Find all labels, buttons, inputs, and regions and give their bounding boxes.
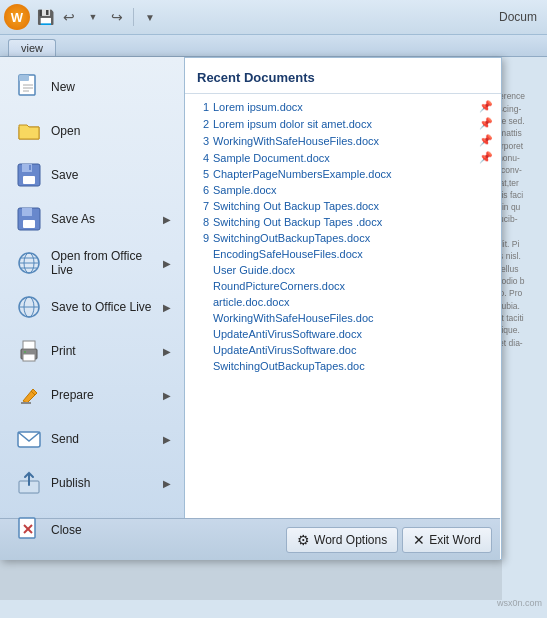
office-button[interactable]: W: [4, 4, 30, 30]
right-panel: Recent Documents 1Lorem ipsum.docx📌2Lore…: [185, 57, 502, 560]
toolbar: W 💾 ↩ ▼ ↪ ▼ Docum: [0, 0, 547, 35]
doc-name[interactable]: RoundPictureCorners.docx: [213, 280, 493, 292]
doc-number: 6: [193, 184, 209, 196]
doc-name[interactable]: Switching Out Backup Tapes.docx: [213, 200, 493, 212]
document-list: 1Lorem ipsum.docx📌2Lorem ipsum dolor sit…: [185, 98, 501, 551]
new-label: New: [51, 80, 171, 94]
doc-name[interactable]: User Guide.docx: [213, 264, 493, 276]
menu-item-save-to-office-live[interactable]: Save to Office Live ▶: [4, 285, 180, 329]
doc-name[interactable]: SwitchingOutBackupTapes.doc: [213, 360, 493, 372]
doc-name[interactable]: WorkingWithSafeHouseFiles.docx: [213, 135, 475, 147]
close-icon: [13, 514, 45, 546]
menu-item-publish[interactable]: Publish ▶: [4, 461, 180, 505]
doc-name[interactable]: Lorem ipsum.docx: [213, 101, 475, 113]
doc-item[interactable]: EncodingSafeHouseFiles.docx: [185, 246, 501, 262]
save-label: Save: [51, 168, 171, 182]
open-label: Open: [51, 124, 171, 138]
doc-item[interactable]: 2Lorem ipsum dolor sit amet.docx📌: [185, 115, 501, 132]
doc-item[interactable]: SwitchingOutBackupTapes.doc: [185, 358, 501, 374]
doc-name[interactable]: EncodingSafeHouseFiles.docx: [213, 248, 493, 260]
new-icon: [13, 71, 45, 103]
save-as-icon: [13, 203, 45, 235]
word-options-button[interactable]: ⚙ Word Options: [286, 527, 398, 553]
doc-name[interactable]: Sample.docx: [213, 184, 493, 196]
tab-view[interactable]: view: [8, 39, 56, 56]
doc-number: 5: [193, 168, 209, 180]
svg-rect-11: [23, 220, 35, 228]
pin-icon[interactable]: 📌: [479, 117, 493, 130]
doc-number: 2: [193, 118, 209, 130]
publish-arrow: ▶: [163, 478, 171, 489]
word-options-icon: ⚙: [297, 532, 310, 548]
doc-number: 7: [193, 200, 209, 212]
menu-item-send[interactable]: Send ▶: [4, 417, 180, 461]
doc-item[interactable]: 4Sample Document.docx📌: [185, 149, 501, 166]
print-arrow: ▶: [163, 346, 171, 357]
doc-item[interactable]: 9SwitchingOutBackupTapes.docx: [185, 230, 501, 246]
office-logo: W: [11, 10, 23, 25]
doc-name[interactable]: SwitchingOutBackupTapes.docx: [213, 232, 493, 244]
menu-item-new[interactable]: New: [4, 65, 180, 109]
save-office-live-label: Save to Office Live: [51, 300, 163, 314]
publish-label: Publish: [51, 476, 163, 490]
save-toolbar-button[interactable]: 💾: [34, 6, 56, 28]
menu-item-save[interactable]: Save: [4, 153, 180, 197]
menu-container: New Open: [0, 57, 502, 560]
menu-item-open-from-office-live[interactable]: Open from Office Live ▶: [4, 241, 180, 285]
doc-item[interactable]: User Guide.docx: [185, 262, 501, 278]
menu-item-print[interactable]: Print ▶: [4, 329, 180, 373]
undo-button[interactable]: ↩: [58, 6, 80, 28]
doc-name[interactable]: Lorem ipsum dolor sit amet.docx: [213, 118, 475, 130]
word-options-label: Word Options: [314, 533, 387, 547]
exit-word-label: Exit Word: [429, 533, 481, 547]
send-arrow: ▶: [163, 434, 171, 445]
pin-icon[interactable]: 📌: [479, 151, 493, 164]
save-as-arrow: ▶: [163, 214, 171, 225]
doc-item[interactable]: 3WorkingWithSafeHouseFiles.docx📌: [185, 132, 501, 149]
svg-rect-1: [19, 75, 29, 81]
customize-button[interactable]: ▼: [139, 6, 161, 28]
print-icon: [13, 335, 45, 367]
doc-item[interactable]: 1Lorem ipsum.docx📌: [185, 98, 501, 115]
recent-documents-title: Recent Documents: [185, 66, 501, 94]
menu-item-close[interactable]: Close: [4, 508, 180, 552]
doc-item[interactable]: WorkingWithSafeHouseFiles.doc: [185, 310, 501, 326]
doc-item[interactable]: UpdateAntiVirusSoftware.doc: [185, 342, 501, 358]
doc-number: 4: [193, 152, 209, 164]
doc-item[interactable]: 8Switching Out Backup Tapes .docx: [185, 214, 501, 230]
doc-item[interactable]: RoundPictureCorners.docx: [185, 278, 501, 294]
pin-icon[interactable]: 📌: [479, 100, 493, 113]
svg-rect-21: [23, 341, 35, 349]
exit-word-icon: ✕: [413, 532, 425, 548]
svg-rect-8: [29, 165, 31, 170]
redo-button[interactable]: ↪: [106, 6, 128, 28]
doc-number: 8: [193, 216, 209, 228]
left-panel: New Open: [0, 57, 185, 560]
publish-icon: [13, 467, 45, 499]
doc-number: 9: [193, 232, 209, 244]
doc-name[interactable]: ChapterPageNumbersExample.docx: [213, 168, 493, 180]
pin-icon[interactable]: 📌: [479, 134, 493, 147]
save-office-live-icon: [13, 291, 45, 323]
exit-word-button[interactable]: ✕ Exit Word: [402, 527, 492, 553]
close-label: Close: [51, 523, 171, 537]
doc-item[interactable]: 5ChapterPageNumbersExample.docx: [185, 166, 501, 182]
undo-dropdown-button[interactable]: ▼: [82, 6, 104, 28]
doc-item[interactable]: UpdateAntiVirusSoftware.docx: [185, 326, 501, 342]
doc-name[interactable]: Switching Out Backup Tapes .docx: [213, 216, 493, 228]
svg-rect-7: [23, 176, 35, 184]
doc-item[interactable]: 7Switching Out Backup Tapes.docx: [185, 198, 501, 214]
menu-item-open[interactable]: Open: [4, 109, 180, 153]
doc-name[interactable]: WorkingWithSafeHouseFiles.doc: [213, 312, 493, 324]
doc-name[interactable]: Sample Document.docx: [213, 152, 475, 164]
doc-name[interactable]: UpdateAntiVirusSoftware.doc: [213, 344, 493, 356]
window-title: Docum: [499, 10, 537, 24]
send-label: Send: [51, 432, 163, 446]
menu-item-prepare[interactable]: Prepare ▶: [4, 373, 180, 417]
doc-item[interactable]: 6Sample.docx: [185, 182, 501, 198]
svg-rect-10: [22, 208, 32, 216]
doc-name[interactable]: article.doc.docx: [213, 296, 493, 308]
doc-name[interactable]: UpdateAntiVirusSoftware.docx: [213, 328, 493, 340]
doc-item[interactable]: article.doc.docx: [185, 294, 501, 310]
menu-item-save-as[interactable]: Save As ▶: [4, 197, 180, 241]
